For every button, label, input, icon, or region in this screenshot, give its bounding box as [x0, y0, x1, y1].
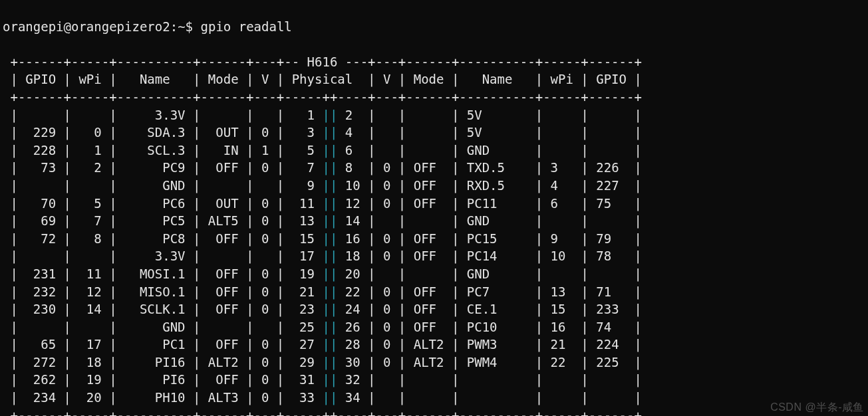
- command-input[interactable]: gpio readall: [201, 19, 292, 34]
- prompt-symbol: $: [186, 19, 193, 34]
- prompt-user: orangepi: [3, 19, 64, 34]
- gpio-readall-output: +------+-----+----------+------+---+-- H…: [3, 54, 642, 416]
- shell-prompt: orangepi@orangepizero2:~$ gpio readall: [3, 19, 292, 34]
- watermark: CSDN @半条-咸鱼: [770, 400, 864, 415]
- terminal-window: orangepi@orangepizero2:~$ gpio readall +…: [0, 0, 868, 416]
- prompt-host: orangepizero2: [71, 19, 170, 34]
- prompt-path: ~: [178, 19, 185, 34]
